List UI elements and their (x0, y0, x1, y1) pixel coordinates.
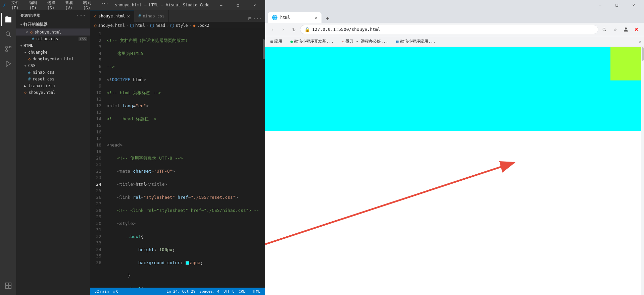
folder-css[interactable]: ▾ CSS (16, 62, 90, 69)
back-button[interactable]: ‹ (268, 25, 277, 34)
status-branch[interactable]: ⎇ main (93, 289, 111, 294)
menu-select[interactable]: 选择(S) (45, 0, 61, 11)
status-lang[interactable]: HTML (250, 289, 263, 294)
bookmark-wechat-app[interactable]: ⊞ 微信小程序应用... (394, 37, 438, 46)
bookmark-button[interactable]: ☆ (610, 25, 620, 34)
tab-actions[interactable]: ⊟ ··· (245, 15, 265, 22)
html-folder[interactable]: ▾ HTML (16, 42, 90, 49)
browser-scrollbar-thumb[interactable] (642, 47, 644, 61)
file-reset-css[interactable]: # reset.css (16, 76, 90, 82)
file-shouye-html[interactable]: ◇ shouye.html (16, 89, 90, 96)
menu-more[interactable]: ... (98, 0, 111, 11)
menu-edit[interactable]: 编辑(E) (27, 0, 43, 11)
bookmark-wechat-dev[interactable]: ● 微信小程序开发基... (288, 37, 336, 46)
hash-icon2: # (28, 77, 31, 81)
status-eol[interactable]: CRLF (237, 289, 250, 294)
html-icon: ◇ (30, 30, 33, 35)
maximize-button[interactable]: □ (230, 0, 246, 10)
open-file-shouye[interactable]: ✕ ◇ shouye.html (16, 28, 90, 36)
breadcrumb-head-icon: ⬡ (150, 23, 154, 28)
breadcrumb-style[interactable]: style (176, 23, 188, 28)
activity-source-control-icon[interactable] (1, 42, 15, 56)
browser-panel: — □ ✕ 🌐 html ✕ + ‹ › ↻ 🔒 127.0.0.1:5500/… (265, 0, 644, 295)
minimize-button[interactable]: — (213, 0, 229, 10)
status-spaces[interactable]: Spaces: 4 (197, 289, 221, 294)
tab-nihao[interactable]: # nihao.css (134, 10, 169, 22)
breadcrumb-html[interactable]: html (135, 23, 145, 28)
bookmark-apps[interactable]: ⊞ 应用 (268, 37, 285, 46)
hash-icon: # (32, 37, 34, 41)
browser-tab-html[interactable]: 🌐 html ✕ (268, 12, 321, 23)
code-content[interactable]: <!-- 文档声明（告诉浏览器网页的版本） 这里为HTML5 --> <!DOC… (104, 29, 262, 288)
browser-nav-right: ☆ ⊙ (600, 25, 641, 34)
svg-rect-10 (9, 286, 11, 288)
sidebar-actions[interactable]: ··· (77, 13, 86, 18)
folder-chuangke[interactable]: ▾ chuangke (16, 49, 90, 56)
file-dengluyemian[interactable]: ◇ dengluyemian.html (16, 56, 90, 62)
breadcrumb-html-icon: ⬡ (130, 23, 134, 28)
svg-rect-7 (6, 283, 8, 285)
browser-close[interactable]: ✕ (626, 0, 641, 10)
scrollbar[interactable] (262, 29, 265, 288)
breadcrumb-file-icon: ◇ (94, 23, 97, 28)
forward-button[interactable]: › (279, 25, 288, 34)
close-file-icon[interactable]: ✕ (26, 30, 28, 35)
sidebar-title: 资源管理器 ··· (16, 10, 90, 21)
extensions-button[interactable]: ⊙ (632, 25, 641, 34)
split-editor-icon[interactable]: ⊟ (248, 15, 251, 22)
status-errors[interactable]: ⚠ 0 (111, 289, 120, 294)
breadcrumb-file[interactable]: shouye.html (98, 23, 125, 28)
chuangke-chevron: ▾ (24, 51, 26, 54)
window-controls: — □ ✕ (213, 0, 262, 10)
menu-file[interactable]: 文件(F) (9, 0, 26, 11)
status-encoding[interactable]: UTF-8 (221, 289, 237, 294)
status-ln[interactable]: Ln 24, Col 29 (164, 289, 197, 294)
html-icon2: ◇ (24, 90, 27, 95)
activity-debug-icon[interactable] (1, 57, 15, 70)
svg-point-4 (9, 46, 11, 48)
reload-button[interactable]: ↻ (289, 25, 299, 34)
close-button[interactable]: ✕ (247, 0, 262, 10)
browser-window-controls: — □ ✕ (592, 0, 641, 10)
open-file-name-shouye: shouye.html (35, 30, 87, 35)
menu-view[interactable]: 查看(V) (62, 0, 79, 11)
bookmark-modao-label: 墨刀 - 远程办公好... (345, 39, 388, 44)
browser-minimize[interactable]: — (592, 0, 608, 10)
code-editor[interactable]: 1234 5678 9101112 13141516 17181920 2122… (90, 29, 265, 288)
box1 (265, 47, 644, 131)
browser-scrollbar[interactable] (641, 47, 644, 295)
scrollbar-thumb[interactable] (263, 39, 265, 59)
more-actions-icon[interactable]: ··· (253, 15, 262, 22)
menu-goto[interactable]: 转到(G) (81, 0, 97, 11)
svg-line-2 (9, 35, 11, 37)
open-file-nihao[interactable]: # nihao.css CSS (16, 36, 90, 42)
main-area: 资源管理器 ··· ▾ 打开的编辑器 ✕ ◇ shouye.html # nih… (0, 10, 265, 295)
tab-close-shouye[interactable]: ✕ (127, 13, 130, 19)
browser-title-bar: — □ ✕ (265, 0, 644, 10)
browser-maximize[interactable]: □ (609, 0, 625, 10)
activity-files-icon[interactable] (1, 13, 15, 26)
browser-content (265, 47, 644, 295)
css-folder-chevron: ▾ (24, 64, 26, 68)
svg-point-1 (6, 32, 10, 36)
svg-point-3 (6, 50, 8, 52)
new-tab-button[interactable]: + (323, 13, 332, 23)
bookmarks-more[interactable]: » (639, 39, 641, 44)
activity-bar (0, 10, 16, 295)
activity-search-icon[interactable] (1, 27, 15, 41)
git-icon: ⎇ (95, 289, 99, 294)
url-bar[interactable]: 🔒 127.0.0.1:5500/shouye.html (300, 25, 598, 34)
html-icon: ◇ (28, 57, 31, 61)
bookmark-wechat-app-label: 微信小程序应用... (400, 39, 436, 44)
profile-button[interactable] (621, 25, 631, 34)
activity-extensions-icon[interactable] (1, 279, 15, 292)
browser-tab-close[interactable]: ✕ (315, 15, 317, 20)
open-editors-section[interactable]: ▾ 打开的编辑器 (16, 21, 90, 28)
bookmark-modao[interactable]: ✒ 墨刀 - 远程办公好... (339, 37, 391, 46)
tab-shouye[interactable]: ◇ shouye.html ✕ (90, 10, 134, 22)
search-browser-button[interactable] (600, 25, 609, 34)
file-nihao-css[interactable]: # nihao.css (16, 69, 90, 76)
breadcrumb-box2[interactable]: .box2 (197, 23, 209, 28)
folder-lianxijietu[interactable]: ▶ lianxijietu (16, 82, 90, 89)
breadcrumb-head[interactable]: head (155, 23, 165, 28)
